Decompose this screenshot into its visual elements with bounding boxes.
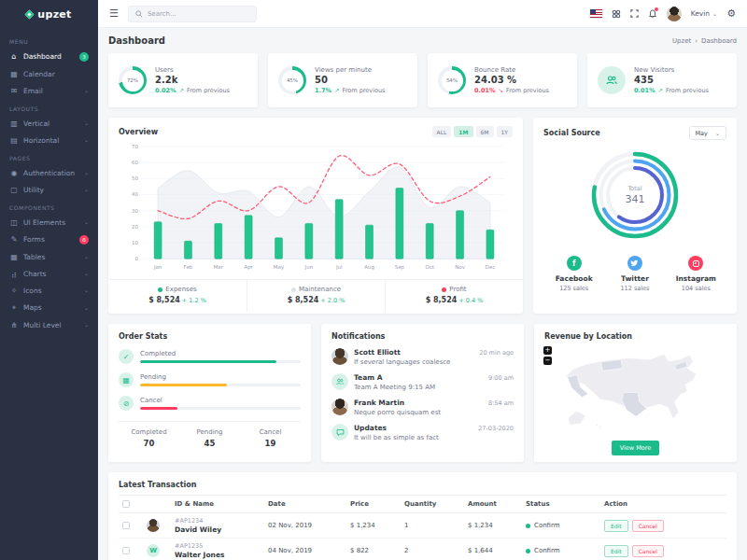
apps-grid-icon[interactable] (612, 9, 621, 19)
svg-text:May: May (274, 264, 285, 271)
calendar-check-icon: ▦ (119, 372, 134, 387)
stat-card-bounce: 54% Bounce Rate 24.03 % 0.01%↘From previ… (428, 53, 577, 107)
map-zoom-in-button[interactable]: + (543, 346, 552, 355)
edit-button[interactable]: Edit (604, 545, 628, 557)
edit-button[interactable]: Edit (604, 520, 628, 532)
sidebar-item-forms[interactable]: ✎ Forms 6 (0, 231, 98, 248)
range-buttons: ALL 1M 6M 1Y (432, 126, 513, 137)
svg-text:30: 30 (132, 208, 138, 214)
svg-text:Jun: Jun (304, 264, 314, 271)
legend-dot (442, 287, 446, 292)
svg-text:50: 50 (132, 175, 138, 181)
sidebar-item-horizontal[interactable]: ▤ Horizontal ⌄ (0, 132, 98, 148)
col-action[interactable]: Action (600, 496, 726, 513)
sidebar-item-email[interactable]: ✉ Email ⌄ (0, 82, 98, 99)
notifications-bell-icon[interactable] (648, 9, 657, 19)
status-badge: Confirm (534, 547, 560, 554)
brand-logo[interactable]: upzet (0, 0, 98, 28)
bounce-radial: 54% (438, 66, 466, 94)
period-select[interactable]: May ⌄ (689, 126, 726, 140)
range-all-button[interactable]: ALL (432, 126, 452, 137)
sidebar-item-charts[interactable]: ⣴ Charts ⌄ (0, 265, 98, 282)
col-amount[interactable]: Amount (464, 496, 522, 513)
social-source-card: Social Source May ⌄ (533, 118, 737, 314)
twitter-icon[interactable] (627, 256, 642, 271)
chevron-down-icon: ⌄ (84, 137, 89, 143)
cancel-circle-icon: ⊘ (119, 396, 134, 411)
notification-item[interactable]: Team A9:00 am Team A Meeting 9:15 AM (331, 373, 514, 391)
search-placeholder: Search... (148, 10, 176, 18)
sidebar-item-calendar[interactable]: ▦ Calendar (0, 65, 98, 82)
stat-delta: 0.02% (155, 87, 176, 94)
visitors-users-icon (598, 66, 626, 94)
sidebar-item-utility[interactable]: ▢ Utility ⌄ (0, 181, 98, 198)
row-checkbox[interactable] (122, 547, 130, 554)
stat-label: Views per minute (315, 66, 385, 74)
check-circle-icon: ✓ (119, 349, 134, 364)
transactions-title: Latest Transaction (119, 481, 726, 489)
search-icon (135, 10, 143, 18)
sidebar-item-vertical[interactable]: ▥ Vertical ⌄ (0, 115, 98, 132)
svg-text:Jan: Jan (153, 264, 162, 271)
cancel-button[interactable]: Cancel (632, 520, 664, 532)
sidebar-item-multi-level[interactable]: ⋔ Multi Level ⌄ (0, 316, 98, 333)
sidebar-item-authentication[interactable]: ◉ Authentication ⌄ (0, 164, 98, 181)
view-more-button[interactable]: View More (612, 441, 660, 455)
col-price[interactable]: Price (346, 496, 401, 513)
facebook-icon[interactable]: f (567, 256, 582, 271)
latest-transaction-card: Latest Transaction ID & Name Date Price … (108, 472, 737, 560)
svg-text:Jul: Jul (335, 264, 343, 271)
progress-fill (140, 360, 276, 363)
svg-text:10: 10 (132, 240, 138, 245)
us-map[interactable] (544, 344, 726, 434)
language-flag-icon[interactable] (590, 9, 602, 18)
col-quantity[interactable]: Quantity (401, 496, 464, 513)
breadcrumb-root[interactable]: Upzet (672, 37, 691, 45)
col-date[interactable]: Date (264, 496, 346, 513)
section-label-menu: Menu (0, 32, 98, 48)
range-1m-button[interactable]: 1M (454, 126, 472, 137)
sidebar-item-maps[interactable]: ⌖ Maps ⌄ (0, 299, 98, 316)
row-checkbox[interactable] (122, 522, 130, 529)
status-dot (526, 524, 530, 528)
sidebar-item-ui-elements[interactable]: ◫ UI Elements ⌄ (0, 214, 98, 231)
stat-value: 50 (315, 75, 385, 85)
avatar: W (147, 544, 160, 557)
notifications-card: Notifications Scott Elliott20 min ago If… (321, 324, 524, 462)
overview-title: Overview (119, 128, 158, 136)
trend-arrow-icon: ↗ (179, 87, 184, 94)
sidebar-nav: Menu ⌂ Dashboard 3 ▦ Calendar ✉ Email ⌄ … (0, 28, 98, 333)
instagram-icon[interactable] (688, 256, 703, 271)
stat-card-users: 72% Users 2.2k 0.02%↗From previous (108, 53, 258, 107)
settings-gear-icon[interactable]: ⚙ (726, 7, 736, 20)
notification-item[interactable]: Frank Martin8:54 am Neque porro quisquam… (331, 399, 514, 416)
notification-item[interactable]: Updates27-03-2020 It will be as simple a… (331, 424, 514, 441)
overview-card: Overview ALL 1M 6M 1Y 010203040506070Jan… (108, 118, 523, 314)
notification-item[interactable]: Scott Elliott20 min ago If several langu… (331, 348, 514, 366)
col-status[interactable]: Status (522, 496, 600, 513)
progress-fill (140, 384, 227, 386)
user-avatar[interactable] (667, 7, 682, 21)
user-menu[interactable]: Kevin ⌄ (691, 9, 717, 18)
search-input[interactable]: Search... (128, 6, 257, 22)
col-id-name[interactable]: ID & Name (171, 496, 264, 513)
chat-icon (331, 424, 348, 441)
sidebar-item-icons[interactable]: ✧ Icons ⌄ (0, 282, 98, 299)
revenue-title: Revenue by Location (544, 332, 726, 341)
svg-text:Dec: Dec (486, 264, 496, 270)
order-stat-cancel: ⊘ Cancel (119, 396, 301, 411)
breadcrumb-separator: › (695, 37, 698, 45)
stat-value: 2.2k (155, 75, 230, 85)
menu-toggle-icon[interactable]: ☰ (109, 8, 119, 19)
range-6m-button[interactable]: 6M (476, 126, 494, 137)
overview-legend: Expenses $ 8,524+ 1.2 % Maintenance $ 8,… (108, 279, 523, 312)
chevron-down-icon: ⌄ (84, 187, 89, 192)
sidebar: upzet Menu ⌂ Dashboard 3 ▦ Calendar ✉ Em… (0, 0, 98, 560)
sidebar-item-dashboard[interactable]: ⌂ Dashboard 3 (0, 48, 98, 65)
map-zoom-out-button[interactable]: − (543, 357, 552, 365)
sidebar-item-tables[interactable]: ▦ Tables ⌄ (0, 248, 98, 265)
cancel-button[interactable]: Cancel (632, 545, 664, 557)
range-1y-button[interactable]: 1Y (497, 126, 513, 137)
fullscreen-icon[interactable] (630, 9, 639, 18)
select-all-checkbox[interactable] (122, 500, 130, 508)
